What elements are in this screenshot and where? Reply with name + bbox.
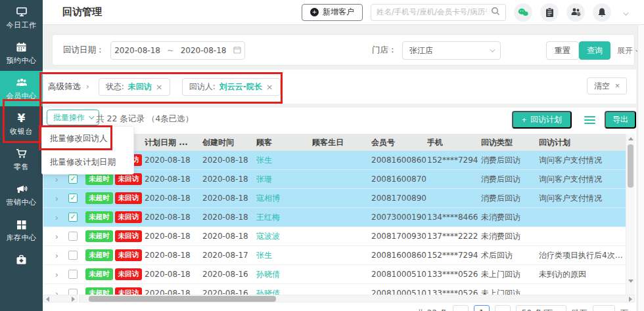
bell-icon[interactable] bbox=[593, 3, 611, 22]
add-visit-plan-button[interactable]: + 回访计划 bbox=[512, 111, 572, 129]
phone-number: 133****0526 bbox=[427, 270, 478, 279]
reset-button[interactable]: 重置 bbox=[546, 41, 579, 60]
table-row[interactable]: ›未超时未回访2020-08-182020-08-18寇波波2008170093… bbox=[43, 227, 626, 246]
phone-cell: 152****7294 bbox=[427, 251, 481, 260]
row-checkbox[interactable]: ✓ bbox=[68, 194, 78, 203]
expand-chevron-icon[interactable]: › bbox=[43, 232, 60, 241]
customers-clock-icon[interactable] bbox=[566, 3, 585, 22]
sidebar-item-label: 库存中心 bbox=[7, 233, 37, 243]
timeout-badge: 未超时 bbox=[85, 268, 113, 280]
table-row[interactable]: ›✓未超时未回访2020-08-182020-08-18王红梅200730001… bbox=[43, 208, 626, 227]
close-icon[interactable]: × bbox=[156, 82, 163, 92]
page-size-select[interactable]: 50 条/页 bbox=[516, 305, 566, 311]
customer-link[interactable]: 孙晓倩 bbox=[256, 269, 312, 280]
expand-chevron-icon[interactable]: › bbox=[43, 175, 60, 184]
row-checkbox[interactable]: ✓ bbox=[68, 175, 78, 184]
page-scrollbar[interactable] bbox=[637, 25, 644, 311]
column-header: 会员号 bbox=[371, 137, 427, 148]
expand-chevron-icon[interactable]: › bbox=[43, 289, 60, 295]
store-select[interactable]: 张江店 bbox=[402, 41, 501, 60]
sidebar-item-5[interactable]: 零售 bbox=[0, 142, 43, 177]
column-header: 顾客 bbox=[256, 137, 312, 148]
column-settings-icon[interactable] bbox=[584, 114, 595, 126]
status-badge: 未回访 bbox=[115, 211, 143, 223]
arrow-right-icon[interactable]: › bbox=[86, 82, 89, 91]
jump-page-input[interactable] bbox=[593, 305, 615, 311]
table-row[interactable]: ›未超时未回访2020-08-182020-08-16孙晓倩2008100051… bbox=[43, 265, 626, 284]
scroll-down-icon[interactable] bbox=[628, 280, 633, 283]
table-vertical-scrollbar[interactable] bbox=[626, 134, 635, 295]
prev-page-button[interactable]: ‹ bbox=[453, 305, 469, 311]
scroll-right-icon[interactable] bbox=[72, 297, 75, 302]
filter-tag: 状态:未回访× bbox=[99, 78, 170, 96]
sidebar-item-4[interactable]: ¥收银台 bbox=[0, 106, 43, 142]
expand-chevron-icon[interactable]: › bbox=[43, 194, 60, 203]
export-button[interactable]: 导出 bbox=[605, 111, 636, 129]
scrollbar-thumb[interactable] bbox=[89, 296, 276, 302]
add-customer-button[interactable]: + 新增客户 bbox=[302, 4, 363, 21]
main-columns-scrollbar[interactable] bbox=[79, 295, 635, 302]
search-input[interactable]: 姓名/手机号/座机/会员卡号/病历号 bbox=[371, 4, 506, 21]
timeout-badge: 未超时 bbox=[85, 230, 113, 242]
batch-actions-dropdown: 批量修改回访人批量修改计划日期 bbox=[41, 126, 134, 175]
date-range-input[interactable]: 2020-08-18 ~ 2020-08-18 bbox=[110, 41, 245, 60]
scrollbar-thumb[interactable] bbox=[628, 144, 633, 188]
row-checkbox[interactable] bbox=[68, 251, 78, 260]
checkbox-cell bbox=[60, 289, 84, 295]
filter-tag-label: 状态: bbox=[106, 81, 124, 93]
sidebar-item-1[interactable]: 今日工作 bbox=[0, 0, 43, 35]
next-page-button[interactable]: › bbox=[495, 305, 511, 311]
chevron-down-icon[interactable] bbox=[623, 6, 627, 18]
search-icon[interactable] bbox=[491, 6, 500, 18]
current-page-button[interactable]: 1 bbox=[474, 305, 490, 311]
sidebar-item-3[interactable]: 会员中心 bbox=[0, 71, 43, 106]
row-checkbox[interactable]: ✓ bbox=[68, 213, 78, 222]
row-checkbox[interactable] bbox=[68, 270, 78, 279]
table-row[interactable]: ›未超时未回访2020-08-182020-08-17张生20081600860… bbox=[43, 246, 626, 265]
row-checkbox[interactable] bbox=[68, 289, 78, 295]
customer-link[interactable]: 孙晓倩 bbox=[256, 288, 312, 295]
cart-icon bbox=[16, 148, 28, 159]
sidebar-item-6[interactable]: 营销中心 bbox=[0, 177, 43, 213]
clipboard-icon[interactable] bbox=[540, 3, 559, 22]
close-icon[interactable]: × bbox=[266, 82, 273, 92]
fixed-columns-scrollbar[interactable] bbox=[43, 295, 78, 302]
sidebar-item-8[interactable] bbox=[0, 248, 43, 271]
scroll-right-icon[interactable] bbox=[629, 297, 632, 302]
sidebar-item-2[interactable]: 预约中心 bbox=[0, 35, 43, 71]
filter-tags: 状态:未回访×回访人:刘云云-院长× bbox=[99, 78, 292, 96]
batch-actions-button[interactable]: 批量操作 bbox=[47, 110, 99, 125]
dropdown-item[interactable]: 批量修改计划日期 bbox=[42, 150, 133, 174]
customer-link[interactable]: 张珊 bbox=[256, 174, 312, 185]
scroll-up-icon[interactable] bbox=[628, 137, 633, 140]
store-label: 门店： bbox=[372, 45, 397, 56]
checkbox-cell bbox=[60, 270, 84, 279]
expand-chevron-icon[interactable]: › bbox=[43, 213, 60, 222]
customer-link[interactable]: 张生 bbox=[256, 250, 312, 261]
row-checkbox[interactable] bbox=[68, 232, 78, 241]
customer-link[interactable]: 寇相博 bbox=[256, 193, 312, 204]
plus-icon: + bbox=[522, 115, 526, 125]
clear-filters-button[interactable]: 清空 × bbox=[587, 77, 627, 94]
plan-date-cell: 2020-08-18 bbox=[145, 270, 202, 279]
column-header: 计划日期 ... bbox=[145, 137, 202, 148]
dropdown-item[interactable]: 批量修改回访人 bbox=[42, 127, 133, 150]
table-row[interactable]: ›✓未超时未回访2020-08-182020-08-18寇相博200817008… bbox=[43, 189, 626, 208]
expand-chevron-icon[interactable]: › bbox=[43, 270, 60, 280]
table-row[interactable]: ›未超时未回访2020-08-182020-08-16孙晓倩2008100051… bbox=[43, 284, 626, 295]
sidebar-item-7[interactable]: 库存中心 bbox=[0, 213, 43, 248]
customer-link[interactable]: 张生 bbox=[256, 155, 312, 166]
query-button[interactable]: 查询 bbox=[579, 41, 610, 60]
scroll-left-icon[interactable] bbox=[46, 297, 49, 302]
visit-type-cell: 未上门回访 bbox=[481, 269, 539, 280]
wechat-icon[interactable] bbox=[514, 3, 532, 22]
plan-date-cell: 2020-08-18 bbox=[145, 232, 202, 241]
expand-chevron-icon[interactable]: › bbox=[43, 251, 60, 260]
status-badge: 未回访 bbox=[115, 230, 143, 242]
customer-link[interactable]: 寇波波 bbox=[256, 231, 312, 242]
sidebar-item-label: 收银台 bbox=[10, 127, 33, 136]
customer-link[interactable]: 王红梅 bbox=[256, 212, 312, 223]
chevron-down-icon bbox=[490, 47, 495, 52]
expand-link[interactable]: 展开 bbox=[617, 45, 639, 56]
plus-icon: + bbox=[310, 8, 319, 16]
